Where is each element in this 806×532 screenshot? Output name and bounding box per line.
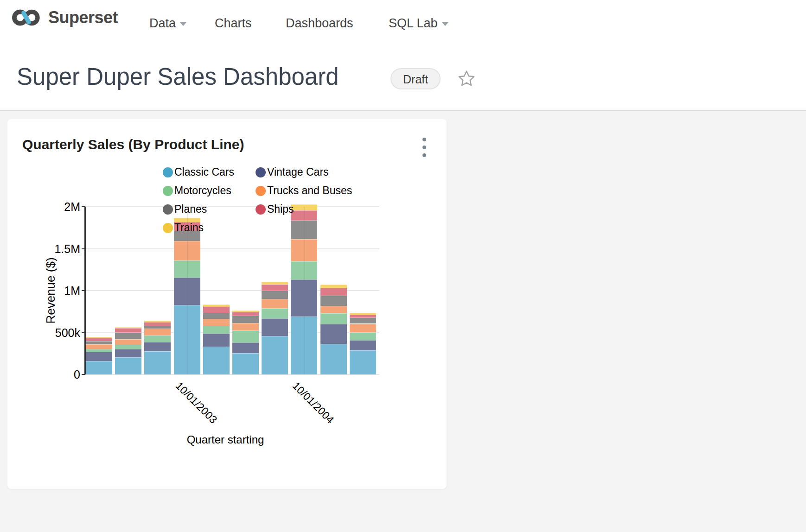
nav-item-charts[interactable]: Charts xyxy=(215,0,252,46)
superset-logo[interactable]: Superset xyxy=(10,6,118,29)
legend-swatch xyxy=(163,204,173,215)
nav-item-sql-lab[interactable]: SQL Lab xyxy=(389,0,448,46)
x-tick-label: 10/01/2004 xyxy=(289,380,336,426)
bar-segment-ships[interactable] xyxy=(86,338,112,341)
bar-segment-planes[interactable] xyxy=(115,332,141,339)
bar-segment-planes[interactable] xyxy=(320,296,347,306)
chevron-down-icon xyxy=(180,22,186,26)
legend-item-vintage-cars[interactable]: Vintage Cars xyxy=(256,166,329,178)
bar-segment-vintage-cars[interactable] xyxy=(86,352,112,361)
y-axis-title: Revenue ($) xyxy=(44,257,58,323)
legend-item-trains[interactable]: Trains xyxy=(163,222,204,234)
bar-segment-trains[interactable] xyxy=(115,327,141,329)
brand-name: Superset xyxy=(48,8,118,27)
legend-item-ships[interactable]: Ships xyxy=(256,203,294,215)
bar-segment-trains[interactable] xyxy=(350,313,376,315)
legend-label: Classic Cars xyxy=(174,166,234,178)
bar-segment-vintage-cars[interactable] xyxy=(262,318,288,336)
bar-segment-ships[interactable] xyxy=(232,312,259,316)
bar-segment-motorcycles[interactable] xyxy=(350,332,376,340)
bar-segment-planes[interactable] xyxy=(232,316,259,323)
bar-segment-vintage-cars[interactable] xyxy=(232,342,259,353)
bar-segment-vintage-cars[interactable] xyxy=(350,340,376,350)
bar-segment-motorcycles[interactable] xyxy=(86,349,112,352)
y-tick-label: 1.5M xyxy=(34,242,80,255)
favorite-star-icon[interactable] xyxy=(457,70,476,88)
bar-segment-classic-cars[interactable] xyxy=(262,336,288,374)
legend-item-trucks-and-buses[interactable]: Trucks and Buses xyxy=(256,184,352,197)
top-nav: Superset Data Charts Dashboards SQL Lab xyxy=(0,0,806,46)
bar-segment-ships[interactable] xyxy=(320,288,347,296)
bar-segment-planes[interactable] xyxy=(144,326,171,329)
infinity-logo-icon xyxy=(10,6,43,29)
bar-segment-planes[interactable] xyxy=(203,313,230,319)
dashboard-header: Super Duper Sales Dashboard Draft xyxy=(0,46,806,111)
bar-segment-trucks-and-buses[interactable] xyxy=(86,344,112,349)
legend-swatch xyxy=(163,186,173,196)
bar-segment-trains[interactable] xyxy=(86,337,112,338)
bar-segment-trucks-and-buses[interactable] xyxy=(115,339,141,345)
bar-segment-trucks-and-buses[interactable] xyxy=(144,329,171,335)
bar-segment-vintage-cars[interactable] xyxy=(144,342,171,351)
bar-segment-motorcycles[interactable] xyxy=(232,330,259,342)
nav-item-label: Charts xyxy=(215,16,252,31)
bar-segment-trucks-and-buses[interactable] xyxy=(350,324,376,332)
bar-quarter-6[interactable] xyxy=(232,310,259,374)
nav-item-label: Dashboards xyxy=(286,16,353,31)
x-tick-label: 10/01/2003 xyxy=(173,380,219,426)
bar-segment-trains[interactable] xyxy=(203,304,230,307)
bar-segment-vintage-cars[interactable] xyxy=(115,349,141,357)
bar-segment-trucks-and-buses[interactable] xyxy=(262,299,288,308)
y-gridline xyxy=(85,206,379,207)
nav-item-data[interactable]: Data xyxy=(149,0,186,46)
bar-quarter-2[interactable] xyxy=(115,327,141,374)
bar-segment-classic-cars[interactable] xyxy=(86,361,112,374)
bar-segment-classic-cars[interactable] xyxy=(350,350,376,374)
bar-segment-ships[interactable] xyxy=(203,306,230,313)
bar-segment-motorcycles[interactable] xyxy=(115,345,141,349)
bar-segment-ships[interactable] xyxy=(350,315,376,317)
bar-segment-trains[interactable] xyxy=(144,321,171,322)
bar-segment-classic-cars[interactable] xyxy=(144,351,171,374)
legend-item-classic-cars[interactable]: Classic Cars xyxy=(163,166,234,178)
bar-segment-planes[interactable] xyxy=(86,341,112,344)
bar-segment-classic-cars[interactable] xyxy=(115,357,141,374)
bar-segment-ships[interactable] xyxy=(115,328,141,332)
bar-segment-ships[interactable] xyxy=(144,322,171,326)
dashboard-content: Quarterly Sales (By Product Line) 0500k1… xyxy=(0,111,806,532)
bar-segment-classic-cars[interactable] xyxy=(320,344,347,374)
bar-segment-trains[interactable] xyxy=(262,282,288,285)
bar-segment-trains[interactable] xyxy=(232,310,259,312)
chart-card: Quarterly Sales (By Product Line) 0500k1… xyxy=(7,119,447,489)
bar-segment-motorcycles[interactable] xyxy=(262,308,288,318)
bar-segment-motorcycles[interactable] xyxy=(203,326,230,334)
bar-segment-trucks-and-buses[interactable] xyxy=(320,306,347,313)
bar-quarter-9[interactable] xyxy=(320,285,347,374)
nav-item-dashboards[interactable]: Dashboards xyxy=(286,0,353,46)
stacked-bar-chart: 0500k1M1.5M2MRevenue ($)10/01/200310/01/… xyxy=(7,119,447,489)
status-badge: Draft xyxy=(390,68,441,89)
legend-label: Ships xyxy=(267,203,294,215)
bar-segment-classic-cars[interactable] xyxy=(232,353,259,374)
bar-quarter-5[interactable] xyxy=(203,304,230,374)
bar-segment-vintage-cars[interactable] xyxy=(320,324,347,344)
bar-quarter-1[interactable] xyxy=(86,337,112,374)
bar-segment-planes[interactable] xyxy=(350,317,376,324)
bar-segment-trucks-and-buses[interactable] xyxy=(203,319,230,326)
bar-quarter-3[interactable] xyxy=(144,321,171,374)
bar-segment-motorcycles[interactable] xyxy=(144,336,171,342)
bar-segment-ships[interactable] xyxy=(262,285,288,291)
bar-segment-motorcycles[interactable] xyxy=(320,313,347,324)
bar-segment-trucks-and-buses[interactable] xyxy=(232,323,259,330)
bar-quarter-7[interactable] xyxy=(262,282,288,374)
bar-segment-vintage-cars[interactable] xyxy=(203,334,230,347)
y-gridline xyxy=(85,248,379,249)
legend-item-motorcycles[interactable]: Motorcycles xyxy=(163,184,231,197)
bar-segment-planes[interactable] xyxy=(262,291,288,299)
legend-item-planes[interactable]: Planes xyxy=(163,203,207,215)
bar-quarter-10[interactable] xyxy=(350,313,376,374)
legend-label: Trucks and Buses xyxy=(267,184,352,197)
bar-segment-classic-cars[interactable] xyxy=(203,347,230,374)
bar-segment-trains[interactable] xyxy=(320,285,347,287)
legend-label: Planes xyxy=(174,203,207,215)
